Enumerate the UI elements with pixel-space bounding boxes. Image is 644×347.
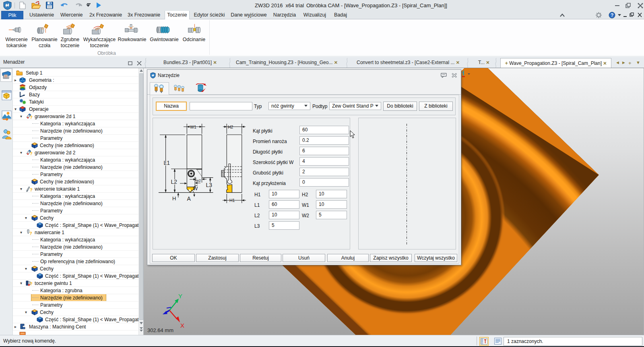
svg-text:Y: Y	[178, 293, 182, 299]
svg-text:?: ?	[611, 12, 613, 18]
svg-text:A: A	[187, 195, 191, 202]
svg-text:H2: H2	[228, 125, 233, 129]
svg-text:W1: W1	[190, 125, 196, 129]
svg-text:w2: w2	[196, 179, 201, 183]
svg-text:?: ?	[30, 187, 33, 192]
svg-text:?: ?	[30, 115, 33, 120]
svg-text:W: W	[193, 185, 198, 191]
svg-text:L3: L3	[206, 182, 213, 188]
svg-text:?: ?	[30, 281, 33, 286]
svg-text:H: H	[172, 195, 176, 202]
svg-text:L1: L1	[164, 160, 170, 166]
svg-text:H1: H1	[229, 198, 235, 203]
svg-text:X: X	[180, 322, 184, 329]
svg-text:?: ?	[30, 151, 33, 156]
svg-text:?: ?	[29, 231, 32, 236]
svg-text:L2: L2	[171, 179, 178, 185]
